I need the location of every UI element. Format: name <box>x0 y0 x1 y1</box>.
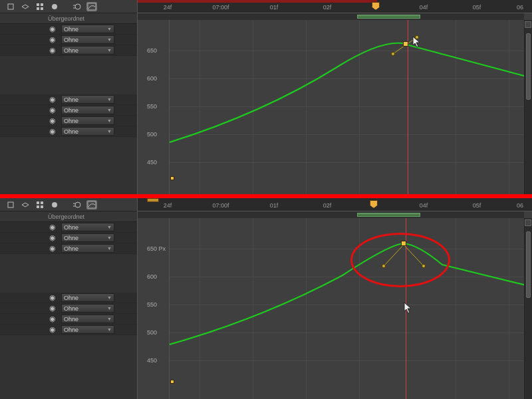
layer-group-2: ◉ Ohne▼ ◉ Ohne▼ ◉ Ohne▼ ◉ Ohne▼ <box>0 94 137 137</box>
work-area-bar[interactable] <box>357 213 420 217</box>
parent-dropdown[interactable]: Ohne▼ <box>61 244 114 253</box>
vertical-scrollbar[interactable] <box>524 20 532 194</box>
chevron-down-icon: ▼ <box>107 48 112 53</box>
parent-dropdown[interactable]: Ohne▼ <box>61 25 114 33</box>
layer-panel: Übergeordnet ◉ Ohne▼ ◉ Ohne▼ ◉ Ohne▼ <box>0 0 138 194</box>
layer-group-2: ◉ Ohne▼ ◉ Ohne▼ ◉ Ohne▼ ◉ Ohne▼ <box>0 293 137 335</box>
visibility-icon[interactable]: ◉ <box>48 106 57 115</box>
graph-area[interactable]: 650 Px 600 550 500 450 <box>138 218 524 399</box>
layer-row[interactable]: ◉ Ohne▼ <box>0 105 137 116</box>
parent-dropdown[interactable]: Ohne▼ <box>61 315 114 323</box>
layer-row[interactable]: ◉ Ohne▼ <box>0 222 137 233</box>
visibility-icon[interactable]: ◉ <box>48 35 57 45</box>
cube-icon[interactable] <box>5 200 16 209</box>
column-header: Übergeordnet <box>0 211 137 222</box>
grid-icon[interactable] <box>35 2 45 11</box>
layer-row[interactable]: ◉ Ohne▼ <box>0 45 137 56</box>
parent-dropdown[interactable]: Ohne▼ <box>61 95 114 104</box>
grid-icon[interactable] <box>35 200 45 209</box>
visibility-icon[interactable]: ◉ <box>48 116 57 126</box>
time-tick: 01f <box>270 202 279 209</box>
layer-row[interactable]: ◉ Ohne▼ <box>0 24 137 35</box>
layer-row[interactable]: ◉ Ohne▼ <box>0 126 137 137</box>
visibility-icon[interactable]: ◉ <box>48 46 57 55</box>
cti-head[interactable] <box>370 200 378 208</box>
vertical-scrollbar[interactable] <box>524 218 532 399</box>
blur-icon[interactable] <box>49 2 60 11</box>
graph-area[interactable]: 650 600 550 500 450 <box>138 20 524 194</box>
visibility-icon[interactable]: ◉ <box>48 233 57 243</box>
keyframe[interactable] <box>403 41 408 47</box>
keyframe[interactable] <box>401 241 406 246</box>
cube-icon[interactable] <box>5 2 16 11</box>
work-area-bar[interactable] <box>357 15 420 19</box>
svg-rect-0 <box>8 4 13 9</box>
scrollbar-thumb[interactable] <box>526 231 531 298</box>
visibility-icon[interactable]: ◉ <box>48 25 57 34</box>
parent-dropdown[interactable]: Ohne▼ <box>61 35 114 44</box>
parent-dropdown[interactable]: Ohne▼ <box>61 233 114 242</box>
layer-row[interactable]: ◉ Ohne▼ <box>0 35 137 45</box>
parent-dropdown[interactable]: Ohne▼ <box>61 116 114 125</box>
in-point-marker[interactable] <box>147 198 159 202</box>
graph-editor-icon[interactable] <box>86 200 97 209</box>
graph-marker[interactable] <box>170 176 174 180</box>
visibility-icon[interactable]: ◉ <box>48 95 57 104</box>
layer-row[interactable]: ◉ Ohne▼ <box>0 116 137 126</box>
bezier-handle[interactable] <box>391 52 395 56</box>
layers-icon[interactable] <box>20 200 31 209</box>
parent-dropdown[interactable]: Ohne▼ <box>61 293 114 302</box>
visibility-icon[interactable]: ◉ <box>48 293 57 303</box>
snap-icon[interactable] <box>525 21 531 28</box>
visibility-icon[interactable]: ◉ <box>48 127 57 136</box>
graph-editor-icon[interactable] <box>86 2 97 11</box>
dropdown-value: Ohne <box>64 235 78 241</box>
snap-icon[interactable] <box>525 219 531 226</box>
time-ruler[interactable]: 24f 07:00f 01f 02f 04f 05f 06 <box>138 0 532 13</box>
column-header: Übergeordnet <box>0 13 137 24</box>
visibility-icon[interactable]: ◉ <box>48 315 57 324</box>
bezier-handle[interactable] <box>415 35 419 39</box>
chevron-down-icon: ▼ <box>107 97 112 102</box>
dropdown-value: Ohne <box>64 26 78 33</box>
motion-blur-icon[interactable] <box>72 200 82 209</box>
visibility-icon[interactable]: ◉ <box>48 304 57 313</box>
parent-dropdown[interactable]: Ohne▼ <box>61 304 114 313</box>
y-tick: 600 <box>147 75 157 82</box>
chevron-down-icon: ▼ <box>107 118 112 123</box>
bezier-handle[interactable] <box>382 264 386 268</box>
y-tick: 650 <box>147 47 157 54</box>
visibility-icon[interactable]: ◉ <box>48 325 57 334</box>
parent-dropdown[interactable]: Ohne▼ <box>61 46 114 55</box>
chevron-down-icon: ▼ <box>107 129 112 134</box>
parent-dropdown[interactable]: Ohne▼ <box>61 223 114 231</box>
layer-row[interactable]: ◉ Ohne▼ <box>0 233 137 243</box>
layer-row[interactable]: ◉ Ohne▼ <box>0 314 137 325</box>
time-ruler[interactable]: 24f 07:00f 01f 02f 04f 05f 06 <box>138 198 532 211</box>
svg-line-22 <box>404 245 424 266</box>
work-area[interactable] <box>138 13 524 20</box>
svg-point-5 <box>52 4 57 9</box>
parent-dropdown[interactable]: Ohne▼ <box>61 127 114 136</box>
visibility-icon[interactable]: ◉ <box>48 244 57 253</box>
svg-point-17 <box>75 202 80 207</box>
work-area[interactable] <box>138 211 524 218</box>
layer-row[interactable]: ◉ Ohne▼ <box>0 303 137 314</box>
bezier-handle[interactable] <box>422 264 426 268</box>
layer-row[interactable]: ◉ Ohne▼ <box>0 325 137 335</box>
visibility-icon[interactable]: ◉ <box>48 223 57 232</box>
cti-head[interactable] <box>372 2 380 10</box>
parent-dropdown[interactable]: Ohne▼ <box>61 325 114 334</box>
layer-row[interactable]: ◉ Ohne▼ <box>0 243 137 254</box>
motion-blur-icon[interactable] <box>72 2 82 11</box>
scrollbar-thumb[interactable] <box>526 33 531 100</box>
layer-row[interactable]: ◉ Ohne▼ <box>0 94 137 105</box>
graph-marker[interactable] <box>170 380 174 384</box>
layers-icon[interactable] <box>20 2 31 11</box>
chevron-down-icon: ▼ <box>107 225 112 229</box>
layer-row[interactable]: ◉ Ohne▼ <box>0 293 137 303</box>
y-tick: 450 <box>147 159 157 166</box>
parent-dropdown[interactable]: Ohne▼ <box>61 106 114 114</box>
time-tick: 07:00f <box>212 4 229 11</box>
blur-icon[interactable] <box>49 200 60 209</box>
